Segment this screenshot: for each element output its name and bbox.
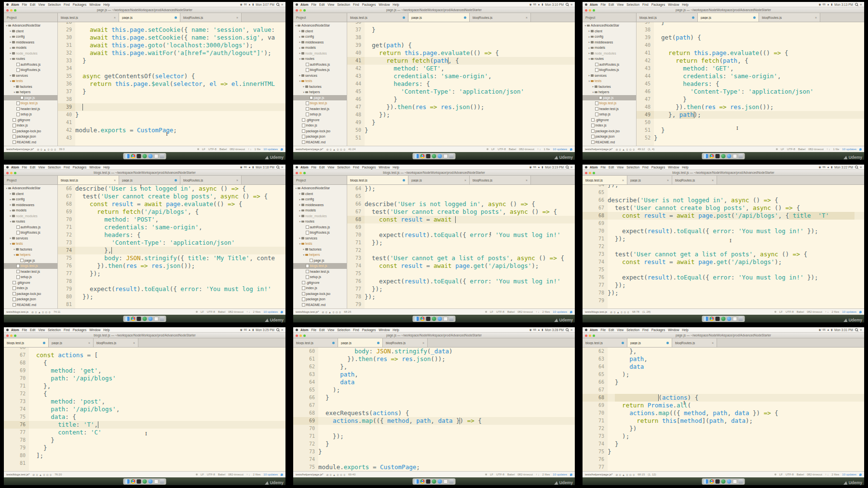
code-line-73[interactable]: 73 'Content-Type': 'application/json': [58, 239, 285, 247]
code-line-79[interactable]: 79 expect(result).toEqual({ error: 'You …: [58, 285, 285, 293]
code-line-40[interactable]: 40}: [58, 111, 285, 119]
tab-page-js[interactable]: page.js: [627, 338, 672, 347]
menu-item-file[interactable]: File: [601, 166, 606, 169]
code-line-69[interactable]: 69: [583, 220, 864, 227]
appgreen-dock-icon[interactable]: [432, 154, 436, 158]
tree-item--gitignore[interactable]: .gitignore: [293, 117, 347, 123]
tree-item-services[interactable]: ▸services: [4, 73, 57, 79]
git-branch-indicator[interactable]: 082-timeout: [807, 473, 822, 476]
tab-blogRoutes-js[interactable]: blogRoutes.js×: [180, 176, 242, 184]
modified-dot-icon[interactable]: [175, 16, 177, 19]
zoom-window-button[interactable]: [593, 172, 595, 174]
tree-item-index-js[interactable]: index.js: [4, 285, 57, 291]
twitter-bird-icon[interactable]: [281, 311, 283, 313]
tree-item-header-test-js[interactable]: header.test.js: [4, 106, 57, 112]
code-line-66[interactable]: 66: [4, 348, 285, 351]
spotlight-icon[interactable]: [276, 3, 279, 6]
menu-item-packages[interactable]: Packages: [73, 3, 87, 6]
tree-item-client[interactable]: ▸client: [4, 28, 57, 34]
window-titlebar[interactable]: blogs.test.js — ~/workspace/NodeWorkspac…: [293, 170, 575, 176]
tree-item-helpers[interactable]: ▾helpers: [293, 89, 347, 95]
code-line-32[interactable]: 32 await this.page.waitFor('a[href="/aut…: [58, 49, 285, 57]
tree-item-node-modules[interactable]: ▸node_modules: [4, 51, 57, 56]
menu-item-atom[interactable]: Atom: [590, 328, 598, 332]
menubar-glyph-icon[interactable]: ▲: [538, 328, 540, 331]
code-line-77[interactable]: 77 content: 'C': [4, 429, 285, 436]
menubar-status-icons[interactable]: ◉66▲▮: [819, 3, 832, 6]
code-line-48[interactable]: 48 }).then(res => res.json());: [637, 103, 864, 111]
code-line-40[interactable]: 40 return this.page.evaluate(() => {: [347, 49, 575, 57]
appblue-dock-icon[interactable]: [727, 317, 732, 321]
menu-item-help[interactable]: Help: [103, 328, 109, 332]
menubar-glyph-icon[interactable]: 66: [823, 166, 826, 168]
code-line-43[interactable]: 43: [58, 134, 285, 142]
code-line-78[interactable]: 78});: [583, 289, 864, 297]
menubar-status-icons[interactable]: ◉66▲▮: [529, 328, 543, 331]
line-ending-indicator[interactable]: LF: [490, 310, 493, 313]
close-tab-icon[interactable]: ×: [236, 179, 238, 182]
menubar-glyph-icon[interactable]: 66: [533, 3, 536, 6]
menu-item-file[interactable]: File: [601, 3, 606, 6]
tree-item-factories[interactable]: ▸factories: [4, 247, 57, 252]
menu-item-file[interactable]: File: [312, 3, 316, 6]
code-editor[interactable]: 64});6566describe('User is not logged in…: [347, 185, 575, 308]
tree-item-advancednodestar[interactable]: ▾AdvancedNodeStar: [583, 23, 636, 28]
code-line-47[interactable]: 47 }: [637, 96, 864, 103]
appblue-dock-icon[interactable]: [727, 154, 732, 158]
tab-blogs-test-js[interactable]: blogs.test.js×: [58, 13, 119, 22]
menubar-glyph-icon[interactable]: ▲: [248, 166, 251, 168]
menu-item-file[interactable]: File: [312, 166, 316, 169]
menu-item-find[interactable]: Find: [353, 328, 359, 332]
tree-item-tests[interactable]: ▾tests: [583, 78, 636, 84]
notes-dock-icon[interactable]: [733, 317, 737, 321]
tree-item-node-modules[interactable]: ▸node_modules: [293, 51, 347, 56]
finder-dock-icon[interactable]: [704, 479, 708, 484]
tab-blogRoutes-js[interactable]: blogRoutes.js×: [383, 338, 428, 347]
close-window-button[interactable]: [6, 172, 9, 174]
close-window-button[interactable]: [6, 335, 9, 337]
menu-item-view[interactable]: View: [327, 328, 334, 332]
apple-menu-icon[interactable]: [585, 166, 587, 168]
package-updates-indicator[interactable]: 10 updates: [553, 473, 567, 476]
tree-item-readme-md[interactable]: README.md: [583, 139, 636, 145]
code-editor[interactable]: 64});6566describe('User is not logged in…: [583, 185, 864, 308]
chrome-dock-icon[interactable]: [131, 317, 136, 321]
modified-dot-icon[interactable]: [666, 342, 669, 344]
changed-files-count[interactable]: 2 files: [253, 473, 261, 476]
appblue-dock-icon[interactable]: [149, 317, 153, 321]
appblue-dock-icon[interactable]: [727, 479, 732, 484]
trash-dock-icon[interactable]: [739, 317, 743, 321]
code-line-74[interactable]: 74 const result = await page.get('/api/b…: [347, 262, 575, 270]
menu-item-atom[interactable]: Atom: [11, 328, 19, 332]
notification-center-icon[interactable]: ≡: [281, 328, 283, 332]
tree-item-services[interactable]: ▸services: [293, 73, 347, 79]
close-window-button[interactable]: [296, 335, 298, 337]
minimize-window-button[interactable]: [589, 9, 591, 12]
code-line-28[interactable]: 28: [58, 22, 285, 26]
menu-item-atom[interactable]: Atom: [590, 3, 598, 6]
menubar-clock[interactable]: Mon 3:22 PM: [834, 166, 853, 169]
tree-item-blogroutes-js[interactable]: blogRoutes.js: [583, 67, 636, 73]
status-file-path[interactable]: tests/blogs.test.js*: [6, 473, 29, 476]
grammar-indicator[interactable]: Babel: [797, 473, 804, 476]
code-line-70[interactable]: 70 actions.map(({ method, path, data }) …: [583, 409, 864, 417]
tree-item-middlewares[interactable]: ▸middlewares: [293, 40, 347, 45]
code-line-52[interactable]: 52}: [637, 134, 864, 142]
minimize-window-button[interactable]: [10, 335, 13, 337]
code-line-44[interactable]: 44 headers: {: [347, 80, 575, 88]
encoding-indicator[interactable]: UTF-8: [207, 473, 215, 476]
minimize-window-button[interactable]: [589, 172, 591, 174]
tree-item-middlewares[interactable]: ▸middlewares: [293, 202, 347, 208]
code-line-71[interactable]: 71 credentials: 'same-origin',: [58, 223, 285, 231]
trash-dock-icon[interactable]: [739, 479, 743, 484]
tab-page-js[interactable]: page.js: [698, 13, 759, 22]
code-line-74[interactable]: 74 },: [58, 247, 285, 254]
tree-item--gitignore[interactable]: .gitignore: [4, 280, 57, 286]
tree-item-node-modules[interactable]: ▸node_modules: [4, 213, 57, 219]
menu-item-edit[interactable]: Edit: [319, 166, 325, 169]
twitter-bird-icon[interactable]: [281, 148, 283, 151]
code-line-77[interactable]: 77: [583, 463, 864, 471]
finder-dock-icon[interactable]: [125, 154, 130, 158]
menu-item-selection[interactable]: Selection: [626, 166, 639, 169]
close-tab-icon[interactable]: ×: [712, 179, 714, 182]
